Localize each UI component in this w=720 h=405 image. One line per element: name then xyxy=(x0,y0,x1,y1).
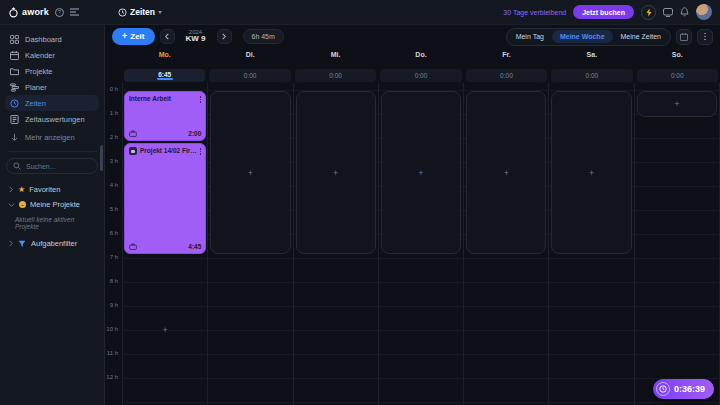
day-header-mo[interactable]: Mo. 26. Feb. xyxy=(122,48,207,68)
day-total-mo: 6:45 xyxy=(124,69,205,82)
sidebar-divider xyxy=(7,151,97,152)
day-name: Mi. xyxy=(293,51,378,60)
running-timer[interactable]: 0:36:39 xyxy=(653,379,714,399)
sidebar-item-dashboard[interactable]: Dashboard xyxy=(5,31,99,47)
next-week-button[interactable] xyxy=(217,29,232,44)
day-header-so[interactable]: So. 3. März xyxy=(635,48,720,68)
notifications-bell-icon[interactable] xyxy=(680,7,689,17)
awork-logo[interactable]: awork xyxy=(8,7,49,18)
add-entry-plus-mo[interactable]: + xyxy=(123,325,207,335)
hour-label: 4 h xyxy=(110,182,118,188)
search-input[interactable] xyxy=(26,163,86,170)
empty-day-slot-mi[interactable]: + xyxy=(296,91,376,254)
day-total-value: 6:45 xyxy=(158,71,171,78)
hour-label: 6 h xyxy=(110,230,118,236)
entry-title: Projekt 14/02 Firmenwebinar xyxy=(140,147,197,155)
topbar: awork ? Zeiten 30 Tage verbleibend Jetzt… xyxy=(0,0,720,25)
day-name: Mo. xyxy=(122,51,207,60)
sidebar-item-kalender[interactable]: Kalender xyxy=(5,47,99,63)
feedback-icon[interactable] xyxy=(663,8,673,17)
day-total-sa: 0:00 xyxy=(551,69,632,82)
day-column-fr[interactable]: + xyxy=(463,83,548,405)
hour-label: 3 h xyxy=(110,158,118,164)
day-total-di: 0:00 xyxy=(209,69,290,82)
project-avatar-icon xyxy=(129,147,137,155)
day-column-mi[interactable]: + xyxy=(293,83,378,405)
view-tabs: Mein Tag Meine Woche Meine Zeiten xyxy=(506,28,671,46)
previous-week-button[interactable] xyxy=(160,29,175,44)
day-column-di[interactable]: + xyxy=(207,83,292,405)
day-header-di[interactable]: Di. 27. Feb. xyxy=(207,48,292,68)
week-controls: + Zeit 2024 KW 9 6h 45m Mein Tag Meine W… xyxy=(105,25,720,48)
calendar-week-label: KW 9 xyxy=(180,35,212,44)
sidebar-item-zeitauswertungen[interactable]: Zeitauswertungen xyxy=(5,111,99,127)
hour-label: 5 h xyxy=(110,206,118,212)
day-column-mo[interactable]: Interne Arbeit 2:00 xyxy=(122,83,207,405)
sidebar-section-favorites[interactable]: ★ Favoriten xyxy=(5,182,99,197)
sidebar-item-planer[interactable]: Planer xyxy=(5,79,99,95)
hour-label: 12 h xyxy=(106,374,118,380)
day-header-do[interactable]: Do. 29. Feb. xyxy=(378,48,463,68)
day-name: Di. xyxy=(207,51,292,60)
sidebar-search[interactable] xyxy=(6,158,98,174)
sidebar-section-task-filter[interactable]: Aufgabenfilter xyxy=(5,236,99,251)
tab-mein-tag[interactable]: Mein Tag xyxy=(508,30,552,43)
day-column-sa[interactable]: + xyxy=(548,83,633,405)
time-entry-projekt-firmenwebinar[interactable]: Projekt 14/02 Firmenwebinar 4:45 xyxy=(124,143,206,254)
empty-day-slot-di[interactable]: + xyxy=(210,91,290,254)
day-column-do[interactable]: + xyxy=(378,83,463,405)
sidebar-show-more[interactable]: Mehr anzeigen xyxy=(5,129,99,145)
menu-lines-icon[interactable] xyxy=(70,8,79,16)
briefcase-icon xyxy=(129,243,137,250)
hour-label: 7 h xyxy=(110,254,118,260)
chevron-right-icon xyxy=(8,240,14,247)
task-filter-label: Aufgabenfilter xyxy=(31,239,77,248)
more-options-button[interactable] xyxy=(697,29,713,45)
my-projects-label: Meine Projekte xyxy=(30,200,80,209)
time-entry-interne-arbeit[interactable]: Interne Arbeit 2:00 xyxy=(124,91,206,141)
sidebar-item-zeiten[interactable]: Zeiten xyxy=(5,95,99,111)
week-indicator[interactable]: 2024 KW 9 xyxy=(180,29,212,44)
planner-icon xyxy=(10,83,19,92)
day-total-fr: 0:00 xyxy=(466,69,547,82)
sidebar: Dashboard Kalender Projekte xyxy=(0,25,105,405)
add-time-button[interactable]: + Zeit xyxy=(112,28,155,45)
buy-now-button[interactable]: Jetzt buchen xyxy=(573,5,634,19)
user-avatar[interactable] xyxy=(696,4,712,20)
favorites-label: Favoriten xyxy=(29,185,60,194)
hour-label: 9 h xyxy=(110,302,118,308)
add-time-label: Zeit xyxy=(130,32,144,41)
logo-text: awork xyxy=(22,7,49,17)
entry-kebab-icon[interactable] xyxy=(200,147,202,155)
sidebar-scrollbar[interactable] xyxy=(100,145,103,171)
chevron-down-icon xyxy=(8,202,15,208)
empty-day-slot-so[interactable]: + xyxy=(637,91,717,117)
page-title[interactable]: Zeiten xyxy=(118,7,162,17)
timer-value: 0:36:39 xyxy=(674,384,705,394)
funnel-icon xyxy=(18,240,27,248)
entry-kebab-icon[interactable] xyxy=(200,95,202,103)
day-header-sa[interactable]: Sa. 2. März xyxy=(549,48,634,68)
sidebar-item-label: Zeiten xyxy=(25,99,46,108)
empty-day-slot-sa[interactable]: + xyxy=(551,91,631,254)
tab-meine-zeiten[interactable]: Meine Zeiten xyxy=(613,30,669,43)
tab-meine-woche[interactable]: Meine Woche xyxy=(552,30,613,43)
day-header-fr[interactable]: Fr. 1. März xyxy=(464,48,549,68)
entry-duration: 4:45 xyxy=(188,243,201,250)
sidebar-item-label: Planer xyxy=(25,83,47,92)
day-total-do: 0:00 xyxy=(380,69,461,82)
hour-label: 0 h xyxy=(110,86,118,92)
sidebar-section-my-projects[interactable]: Meine Projekte xyxy=(5,197,99,212)
jump-to-date-button[interactable] xyxy=(676,29,692,45)
calendar-icon xyxy=(10,51,19,60)
day-column-so[interactable]: + xyxy=(634,83,719,405)
chevron-down-icon[interactable] xyxy=(158,11,162,14)
hour-label: 2 h xyxy=(110,134,118,140)
sidebar-item-projekte[interactable]: Projekte xyxy=(5,63,99,79)
sidebar-item-label: Zeitauswertungen xyxy=(25,115,85,124)
empty-day-slot-fr[interactable]: + xyxy=(466,91,546,254)
help-icon[interactable]: ? xyxy=(55,8,64,17)
empty-day-slot-do[interactable]: + xyxy=(381,91,461,254)
day-header-mi[interactable]: Mi. 28. Feb. xyxy=(293,48,378,68)
upgrade-bolt-button[interactable] xyxy=(641,5,656,20)
